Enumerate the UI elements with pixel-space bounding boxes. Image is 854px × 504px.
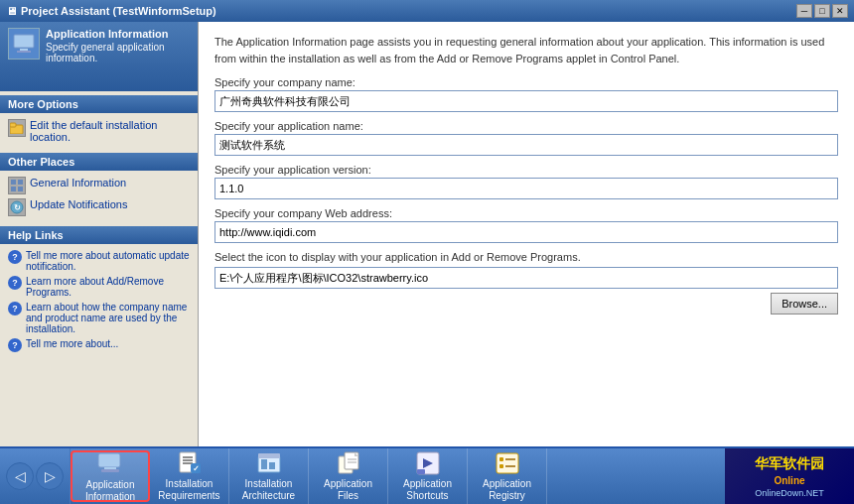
logo-area: 华军软件园 Online OnlineDown.NET xyxy=(725,448,854,504)
website-label: Specify your company Web address: xyxy=(214,207,838,219)
app-info-toolbar-icon xyxy=(96,449,124,477)
toolbar-nav: ◁ ▷ xyxy=(0,448,71,504)
app-files-toolbar-label: ApplicationFiles xyxy=(324,478,372,502)
appname-field-group: Specify your application name: 软件名称、版本 xyxy=(214,120,838,156)
folder-icon xyxy=(8,119,26,137)
app-registry-toolbar-label: ApplicationRegistry xyxy=(483,478,531,502)
svg-rect-6 xyxy=(18,180,23,185)
svg-text:✓: ✓ xyxy=(192,464,199,473)
svg-rect-32 xyxy=(417,469,425,474)
toolbar-item-install-arch[interactable]: InstallationArchitecture xyxy=(229,448,309,504)
help-icon-4: ? xyxy=(8,338,22,352)
app-registry-toolbar-icon xyxy=(494,450,521,476)
svg-rect-1 xyxy=(20,49,28,51)
grid-icon xyxy=(8,177,26,194)
svg-rect-7 xyxy=(11,187,16,191)
icon-field-group: Select the icon to display with your app… xyxy=(214,251,838,315)
appname-label: Specify your application name: xyxy=(214,120,838,132)
install-arch-toolbar-label: InstallationArchitecture xyxy=(242,478,295,502)
bottom-toolbar: ◁ ▷ ApplicationInformation xyxy=(0,446,854,504)
toolbar-item-app-registry[interactable]: ApplicationRegistry xyxy=(468,448,547,504)
help-label-3: Learn about how the company name and pro… xyxy=(26,302,190,334)
icon-path-input[interactable] xyxy=(214,267,838,289)
svg-rect-34 xyxy=(499,457,503,461)
help-label-4: Tell me more about... xyxy=(26,338,118,349)
toolbar-item-install-req[interactable]: ✓ InstallationRequirements xyxy=(150,448,229,504)
toolbar-item-app-files[interactable]: ApplicationFiles xyxy=(309,448,388,504)
panel-header-title: Application Information xyxy=(46,28,190,40)
app-files-toolbar-icon xyxy=(335,450,362,476)
help-icon-3: ? xyxy=(8,302,22,315)
help-item-1[interactable]: ? Tell me more about automatic update no… xyxy=(8,248,190,274)
app-shortcuts-toolbar-icon xyxy=(414,450,442,476)
content-panel: The Application Information page assists… xyxy=(199,22,854,446)
version-field-group: Specify your application version: xyxy=(214,164,838,199)
app-info-header: Application Information Specify general … xyxy=(0,22,198,91)
install-arch-toolbar-icon xyxy=(255,450,283,476)
more-options-title: More Options xyxy=(0,95,198,113)
svg-rect-0 xyxy=(14,35,34,48)
help-icon-1: ? xyxy=(8,250,22,264)
toolbar-items: ApplicationInformation ✓ InstallationReq… xyxy=(71,448,725,504)
install-req-toolbar-icon: ✓ xyxy=(176,450,204,476)
toolbar-item-app-shortcuts[interactable]: ApplicationShortcuts xyxy=(388,448,468,504)
svg-rect-35 xyxy=(499,464,503,468)
restore-button[interactable]: □ xyxy=(814,4,830,18)
svg-rect-5 xyxy=(11,180,16,185)
window-title: Project Assistant (TestWinformSetup) xyxy=(21,5,216,17)
logo-sub: OnlineDown.NET xyxy=(755,488,824,498)
window-icon: 🖥 xyxy=(6,5,17,17)
general-info-label: General Information xyxy=(30,177,126,189)
nav-back-button[interactable]: ◁ xyxy=(6,462,34,490)
content-intro: The Application Information page assists… xyxy=(214,34,838,66)
update-icon: ↻ xyxy=(8,198,26,216)
main-container: Application Information Specify general … xyxy=(0,22,854,446)
sidebar-item-general-info[interactable]: General Information xyxy=(8,175,190,196)
company-input[interactable] xyxy=(214,90,838,112)
help-label-2: Learn more about Add/Remove Programs. xyxy=(26,276,190,298)
help-item-2[interactable]: ? Learn more about Add/Remove Programs. xyxy=(8,274,190,300)
toolbar-item-app-info[interactable]: ApplicationInformation xyxy=(71,450,150,502)
svg-rect-2 xyxy=(17,51,31,53)
svg-text:↻: ↻ xyxy=(14,203,21,212)
website-input[interactable] xyxy=(214,221,838,243)
app-info-toolbar-label: ApplicationInformation xyxy=(85,479,135,503)
help-links-title: Help Links xyxy=(0,226,198,244)
help-item-3[interactable]: ? Learn about how the company name and p… xyxy=(8,300,190,336)
title-bar-controls: ─ □ ✕ xyxy=(796,4,848,18)
website-field-group: Specify your company Web address: 公司网站地址 xyxy=(214,207,838,243)
other-places-title: Other Places xyxy=(0,153,198,171)
more-options-content: Edit the default installation location. xyxy=(0,113,198,149)
svg-rect-12 xyxy=(104,467,116,469)
install-req-toolbar-label: InstallationRequirements xyxy=(158,478,219,502)
browse-button[interactable]: Browse... xyxy=(771,293,838,315)
minimize-button[interactable]: ─ xyxy=(796,4,812,18)
nav-forward-button[interactable]: ▷ xyxy=(36,462,64,490)
sidebar-item-install-location[interactable]: Edit the default installation location. xyxy=(8,117,190,145)
sidebar-item-update-notifications[interactable]: ↻ Update Notifications xyxy=(8,196,190,218)
title-bar-left: 🖥 Project Assistant (TestWinformSetup) xyxy=(6,5,216,17)
app-info-text: Application Information Specify general … xyxy=(46,28,190,63)
left-panel: Application Information Specify general … xyxy=(0,22,199,446)
title-bar: 🖥 Project Assistant (TestWinformSetup) ─… xyxy=(0,0,854,22)
svg-rect-4 xyxy=(10,123,16,127)
version-input[interactable] xyxy=(214,178,838,199)
logo-title: 华军软件园 xyxy=(755,455,824,473)
version-label: Specify your application version: xyxy=(214,164,838,176)
icon-section-label: Select the icon to display with your app… xyxy=(214,251,838,263)
svg-rect-23 xyxy=(258,453,280,458)
other-places-content: General Information ↻ Update Notificatio… xyxy=(0,171,198,222)
svg-rect-22 xyxy=(269,462,275,469)
update-notifications-label: Update Notifications xyxy=(30,198,127,210)
close-button[interactable]: ✕ xyxy=(832,4,848,18)
app-info-icon xyxy=(8,28,40,60)
svg-rect-8 xyxy=(18,187,23,191)
help-links-content: ? Tell me more about automatic update no… xyxy=(0,244,198,358)
svg-rect-11 xyxy=(98,453,120,467)
svg-rect-13 xyxy=(101,469,119,472)
svg-rect-33 xyxy=(497,453,518,473)
help-item-4[interactable]: ? Tell me more about... xyxy=(8,336,190,354)
logo-online: Online xyxy=(774,475,804,486)
appname-input[interactable] xyxy=(214,134,838,156)
help-label-1: Tell me more about automatic update noti… xyxy=(26,250,190,272)
